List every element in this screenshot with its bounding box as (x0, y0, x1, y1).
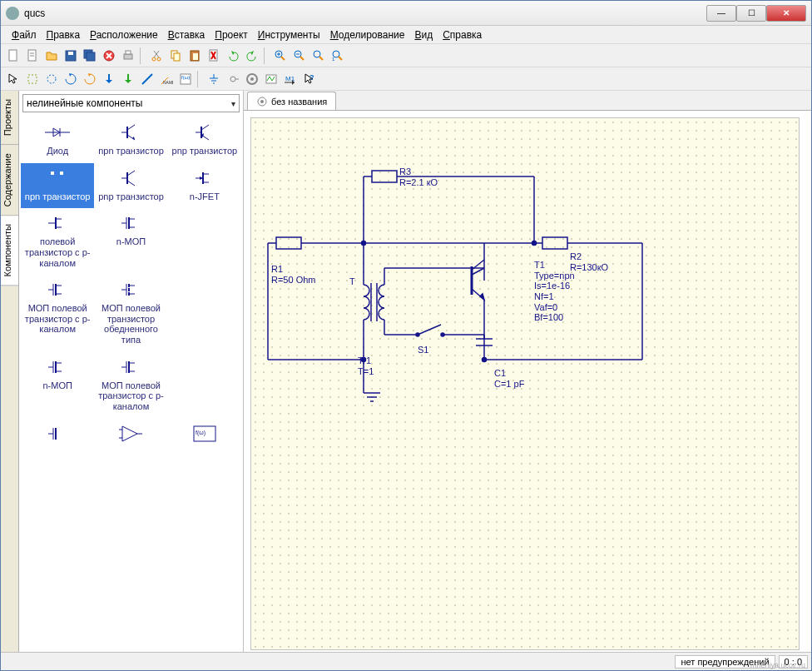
svg-line-65 (201, 125, 209, 130)
activate-icon[interactable] (81, 70, 99, 88)
menu-tools[interactable]: Инструменты (254, 27, 324, 42)
simulate-icon[interactable] (243, 70, 261, 88)
tab-projects[interactable]: Проекты (1, 91, 18, 145)
arrow-down-icon[interactable] (100, 70, 118, 88)
new-file-icon[interactable] (4, 47, 22, 65)
paste-icon[interactable] (186, 47, 204, 65)
svg-rect-11 (124, 54, 132, 59)
svg-text:f(ω): f(ω) (181, 75, 190, 80)
palette-nmos[interactable]: n-МОП (94, 208, 167, 275)
palette-pnp-sub[interactable]: pnp транзистор (94, 163, 167, 209)
palette-pmos2[interactable]: МОП полевой транзистор с p-каналом (94, 352, 167, 419)
tab-components[interactable]: Компоненты (1, 216, 18, 286)
component-category-dropdown[interactable]: нелинейные компоненты (22, 94, 240, 112)
save-all-icon[interactable] (81, 47, 99, 65)
document-tab[interactable]: без названия (247, 92, 336, 110)
palette-diode[interactable]: Диод (21, 117, 94, 163)
window-buttons: — ☐ ✕ (706, 5, 806, 22)
svg-text:NAME: NAME (163, 80, 173, 85)
svg-point-37 (47, 75, 56, 83)
t1-nf: Nf=1 (534, 291, 554, 301)
t1-bf: Bf=100 (534, 312, 563, 322)
new-text-icon[interactable] (23, 47, 42, 65)
palette-depmos[interactable]: МОП полевой транзистор обедненного типа (94, 275, 167, 352)
menu-file[interactable]: Файл (7, 27, 41, 42)
menu-insert[interactable]: Вставка (164, 27, 210, 42)
palette-njfet[interactable]: n-JFET (168, 163, 241, 209)
open-icon[interactable] (42, 47, 61, 65)
tab-content[interactable]: Содержание (1, 145, 18, 216)
select-tool-icon[interactable] (4, 70, 22, 88)
palette-pnp[interactable]: pnp транзистор (168, 117, 241, 163)
zoom-out-icon[interactable] (290, 47, 309, 65)
dropdown-value: нелинейные компоненты (27, 97, 142, 109)
delete-icon[interactable] (205, 47, 223, 65)
palette-opamp[interactable] (94, 419, 167, 454)
palette-empty-3 (168, 352, 241, 419)
svg-line-149 (472, 268, 484, 275)
window-title: qucs (24, 7, 706, 19)
palette-nmos2[interactable]: n-МОП (21, 352, 94, 419)
redo-icon[interactable] (243, 47, 261, 65)
r1-value: R=50 Ohm (271, 275, 316, 285)
palette-extra-1[interactable] (21, 419, 94, 454)
t1-vaf: Vaf=0 (534, 302, 557, 312)
palette-npn-sub[interactable]: npn транзистор (21, 163, 94, 209)
print-icon[interactable] (119, 47, 137, 65)
menu-layout[interactable]: Расположение (86, 27, 162, 42)
minimize-button[interactable]: — (706, 5, 736, 22)
palette-pmos[interactable]: МОП полевой транзистор с p-каналом (21, 275, 94, 352)
canvas-wrap: R3R=2.1 кО R1R=50 Ohm R2R=130кО T1Type=n… (244, 111, 811, 652)
wire-tool-icon[interactable] (138, 70, 156, 88)
svg-rect-18 (174, 53, 180, 61)
zoom-in-icon[interactable] (271, 47, 290, 65)
svg-text:M1: M1 (285, 75, 295, 82)
side-panel: Проекты Содержание Компоненты нелинейные… (1, 91, 244, 652)
maximize-button[interactable]: ☐ (736, 5, 766, 22)
r3-value: R=2.1 кО (399, 177, 438, 187)
menu-simulation[interactable]: Моделирование (326, 27, 409, 42)
menu-help[interactable]: Справка (438, 27, 486, 42)
ground-icon[interactable] (205, 70, 223, 88)
t1-is: Is=1e-16 (534, 281, 570, 291)
copy-icon[interactable] (166, 47, 185, 65)
port-icon[interactable] (224, 70, 242, 88)
rotate-icon[interactable] (23, 70, 42, 88)
dc-bias-icon[interactable] (262, 70, 280, 88)
svg-line-71 (127, 171, 135, 176)
cut-icon[interactable] (147, 47, 166, 65)
equation-icon[interactable]: f(ω) (176, 70, 195, 88)
svg-point-31 (314, 51, 320, 57)
svg-rect-7 (87, 52, 95, 61)
close-button[interactable]: ✕ (766, 5, 806, 22)
zoom-reset-icon[interactable]: 1 (329, 47, 347, 65)
palette-label: n-МОП (42, 380, 72, 391)
svg-point-117 (260, 100, 264, 103)
palette-eqn[interactable]: f(ω) (168, 419, 241, 454)
name-tool-icon[interactable]: NAME (157, 70, 176, 88)
svg-text:f(ω): f(ω) (196, 430, 205, 436)
svg-line-32 (319, 57, 323, 60)
tr1-value: T=1 (358, 366, 374, 376)
schematic-canvas[interactable]: R3R=2.1 кО R1R=50 Ohm R2R=130кО T1Type=n… (250, 117, 800, 650)
svg-line-29 (300, 57, 304, 60)
statusbar: нет предупреждений 0 : 0 (1, 652, 811, 670)
mirror-v-icon[interactable] (62, 70, 80, 88)
close-doc-icon[interactable] (100, 47, 118, 65)
arrow-down2-icon[interactable] (119, 70, 137, 88)
palette-pjfet[interactable]: полевой транзистор с p-каналом (21, 208, 94, 275)
marker-icon[interactable]: M1 (281, 70, 300, 88)
zoom-fit-icon[interactable] (309, 47, 328, 65)
help-icon[interactable]: ? (300, 70, 319, 88)
menu-project[interactable]: Проект (210, 27, 252, 42)
menu-edit[interactable]: Правка (42, 27, 85, 42)
tr1-name: Tr1 (358, 355, 371, 365)
menu-view[interactable]: Вид (410, 27, 437, 42)
toolbar-top: 1 (1, 44, 811, 67)
menubar: Файл Правка Расположение Вставка Проект … (1, 26, 811, 44)
mirror-h-icon[interactable] (42, 70, 61, 88)
undo-icon[interactable] (224, 47, 242, 65)
svg-rect-36 (28, 75, 37, 83)
palette-npn[interactable]: npn транзистор (94, 117, 167, 163)
save-icon[interactable] (62, 47, 80, 65)
